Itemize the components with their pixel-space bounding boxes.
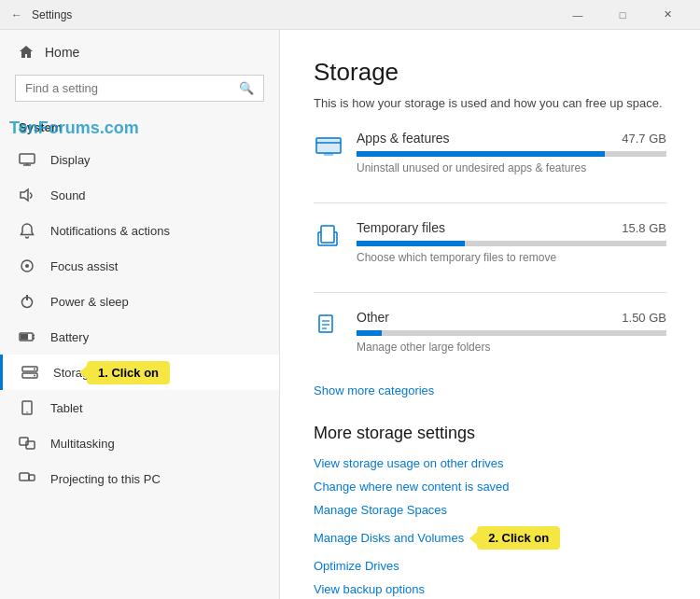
sidebar-item-home[interactable]: Home [0,30,279,75]
page-title: Storage [314,58,666,87]
temp-item-name: Temporary files [357,220,445,235]
storage-item-temp[interactable]: Temporary files 15.8 GB Choose which tem… [314,220,666,275]
other-progress-bg [357,330,666,336]
multitasking-label: Multitasking [50,437,115,451]
main-layout: TenForums.com Home 🔍 System Display [0,30,700,599]
power-icon [19,293,35,310]
search-icon: 🔍 [239,81,254,95]
search-box[interactable]: 🔍 [15,75,264,102]
minimize-button[interactable]: — [556,0,599,30]
home-label: Home [45,45,79,60]
window-controls: — □ ✕ [556,0,689,30]
temp-progress-bg [357,241,666,246]
power-label: Power & sleep [50,295,129,309]
sidebar-item-battery[interactable]: Battery [0,319,279,355]
sidebar-item-focus[interactable]: Focus assist [0,248,279,284]
svg-rect-21 [29,475,35,481]
content-area: Storage This is how your storage is used… [280,30,700,599]
page-description: This is how your storage is used and how… [314,96,666,110]
apps-item-header: Apps & features 47.7 GB [357,131,666,146]
search-input[interactable] [25,81,231,95]
sidebar-item-notifications[interactable]: Notifications & actions [0,213,279,248]
sound-label: Sound [50,188,86,202]
storage-item-other[interactable]: Other 1.50 GB Manage other large folders [314,310,666,365]
focus-icon [19,258,35,274]
home-icon [19,45,34,60]
tablet-icon [19,399,35,416]
storage-icon [21,364,38,381]
change-content-link[interactable]: Change where new content is saved [314,480,666,494]
callout-2-bubble: 2. Click on [477,526,560,550]
sidebar-item-storage[interactable]: Storage 1. Click on [0,355,279,390]
display-label: Display [50,153,91,167]
disks-volumes-row: Manage Disks and Volumes 2. Click on [314,526,666,550]
sidebar-item-power[interactable]: Power & sleep [0,284,279,319]
sidebar-section-title: System [0,113,279,142]
divider-1 [314,202,666,203]
battery-icon [19,328,35,345]
svg-rect-20 [20,473,29,481]
sidebar-item-sound[interactable]: Sound [0,177,279,213]
battery-label: Battery [50,330,89,344]
svg-rect-0 [20,154,35,163]
sidebar: TenForums.com Home 🔍 System Display [0,30,280,599]
temp-item-body: Temporary files 15.8 GB Choose which tem… [357,220,666,264]
other-progress-fill [357,330,382,336]
other-item-size: 1.50 GB [622,311,666,325]
backup-link[interactable]: View backup options [314,582,666,596]
back-button[interactable]: ← [11,8,22,21]
titlebar: ← Settings — □ ✕ [0,0,700,30]
apps-icon [314,132,343,162]
storage-spaces-link[interactable]: Manage Storage Spaces [314,503,666,517]
svg-rect-32 [319,315,332,332]
notifications-icon [19,222,35,239]
svg-point-15 [34,375,35,377]
sidebar-item-projecting[interactable]: Projecting to this PC [0,461,279,496]
callout-1-bubble: 1. Click on [87,361,170,384]
svg-rect-22 [316,138,341,153]
apps-item-name: Apps & features [357,131,450,146]
titlebar-title: Settings [32,8,72,21]
svg-marker-3 [21,189,28,201]
other-item-header: Other 1.50 GB [357,310,666,325]
optimize-drives-link[interactable]: Optimize Drives [314,559,666,573]
svg-point-5 [25,264,29,268]
other-item-name: Other [357,310,389,325]
svg-rect-25 [324,153,333,156]
sidebar-item-display[interactable]: Display [0,142,279,177]
svg-point-14 [34,369,35,370]
projecting-label: Projecting to this PC [50,472,161,486]
sound-icon [19,187,35,203]
temp-item-desc: Choose which temporary files to remove [357,251,666,264]
apps-item-body: Apps & features 47.7 GB Uninstall unused… [357,131,666,174]
svg-rect-26 [321,226,334,243]
storage-item-apps[interactable]: Apps & features 47.7 GB Uninstall unused… [314,131,666,186]
apps-progress-bg [357,151,666,157]
apps-item-size: 47.7 GB [622,132,666,146]
svg-rect-11 [21,334,28,340]
divider-2 [314,292,666,293]
temp-icon [314,222,343,252]
other-item-desc: Manage other large folders [357,341,666,354]
disks-volumes-link[interactable]: Manage Disks and Volumes [314,531,464,545]
tablet-label: Tablet [50,401,83,415]
temp-progress-fill [357,241,465,246]
maximize-button[interactable]: □ [601,0,644,30]
more-settings-title: More storage settings [314,424,666,443]
projecting-icon [19,470,35,487]
temp-item-header: Temporary files 15.8 GB [357,220,666,235]
close-button[interactable]: ✕ [646,0,689,30]
svg-point-17 [26,411,28,413]
other-icon [314,312,343,341]
view-drives-link[interactable]: View storage usage on other drives [314,456,666,470]
multitasking-icon [19,435,35,452]
sidebar-item-multitasking[interactable]: Multitasking [0,425,279,461]
sidebar-item-tablet[interactable]: Tablet [0,390,279,425]
show-more-link[interactable]: Show more categories [314,383,434,397]
other-item-body: Other 1.50 GB Manage other large folders [357,310,666,354]
apps-progress-fill [357,151,605,157]
notifications-label: Notifications & actions [50,224,170,238]
apps-item-desc: Uninstall unused or undesired apps & fea… [357,161,666,174]
display-icon [19,151,35,168]
temp-item-size: 15.8 GB [622,221,666,235]
